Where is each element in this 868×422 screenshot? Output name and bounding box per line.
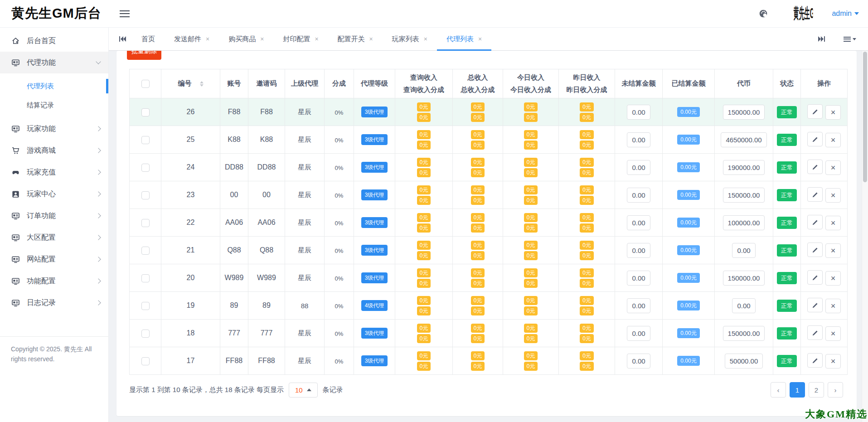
- token-input[interactable]: 150000.00: [723, 105, 765, 120]
- admin-user-dropdown[interactable]: admin: [832, 10, 859, 18]
- scroll-tabs-last-icon[interactable]: [808, 36, 831, 42]
- sidebar-item-home[interactable]: 后台首页: [0, 30, 108, 52]
- sidebar-item-logs[interactable]: 日志记录: [0, 292, 108, 314]
- tab-close-icon[interactable]: ×: [206, 36, 209, 42]
- hamburger-menu-icon[interactable]: [120, 10, 130, 17]
- sidebar-item-game-shop[interactable]: 游戏商城: [0, 140, 108, 161]
- cell-yesterday-income: 0元0元: [559, 154, 615, 181]
- tab-close-icon[interactable]: ×: [369, 36, 373, 42]
- unsettled-amount-input[interactable]: 0.00: [627, 354, 650, 369]
- token-input[interactable]: 190000.00: [723, 160, 765, 175]
- tab-close-icon[interactable]: ×: [260, 36, 264, 42]
- row-checkbox[interactable]: [141, 274, 150, 282]
- unsettled-amount-input[interactable]: 0.00: [627, 298, 650, 313]
- token-input[interactable]: 150000.00: [723, 271, 765, 286]
- select-all-checkbox[interactable]: [141, 80, 150, 88]
- scroll-tabs-first-icon[interactable]: [109, 36, 132, 42]
- edit-button[interactable]: [807, 243, 823, 257]
- edit-button[interactable]: [807, 215, 823, 229]
- tab-agent-list[interactable]: 代理列表×: [437, 28, 491, 50]
- tab-switch-config[interactable]: 配置开关×: [328, 28, 383, 50]
- tab-player-list[interactable]: 玩家列表×: [383, 28, 437, 50]
- row-checkbox[interactable]: [141, 247, 150, 255]
- vertical-scrollbar[interactable]: [862, 51, 868, 422]
- sidebar-item-site-config[interactable]: 网站配置: [0, 248, 108, 270]
- token-input[interactable]: 150000.00: [723, 326, 765, 341]
- scrollbar-thumb[interactable]: [863, 52, 867, 182]
- row-checkbox[interactable]: [141, 357, 150, 365]
- page-size-select[interactable]: 10: [289, 383, 318, 398]
- tab-buy-goods[interactable]: 购买商品×: [219, 28, 273, 50]
- sidebar-item-zone-config[interactable]: 大区配置: [0, 227, 108, 248]
- edit-button[interactable]: [807, 187, 823, 202]
- delete-row-button[interactable]: ×: [825, 105, 841, 120]
- sidebar-subitem-label: 结算记录: [27, 101, 54, 110]
- cell-token: 0.00: [715, 237, 773, 264]
- token-input[interactable]: 4650000.00: [721, 132, 766, 147]
- edit-button[interactable]: [807, 104, 823, 119]
- unsettled-amount-input[interactable]: 0.00: [627, 105, 650, 120]
- delete-row-button[interactable]: ×: [825, 243, 841, 258]
- tab-home[interactable]: 首页: [132, 28, 165, 50]
- delete-row-button[interactable]: ×: [825, 354, 841, 369]
- row-checkbox[interactable]: [141, 330, 150, 338]
- unsettled-amount-input[interactable]: 0.00: [627, 243, 650, 258]
- edit-button[interactable]: [807, 270, 823, 285]
- unsettled-amount-input[interactable]: 0.00: [627, 188, 650, 203]
- token-input[interactable]: 100000.00: [723, 215, 765, 230]
- delete-row-button[interactable]: ×: [825, 133, 841, 147]
- pagination-summary-before: 显示第 1 到第 10 条记录，总共 18 条记录 每页显示: [129, 386, 284, 394]
- row-checkbox[interactable]: [141, 164, 150, 172]
- unsettled-amount-input[interactable]: 0.00: [627, 215, 650, 230]
- sidebar-item-agent[interactable]: 代理功能: [0, 52, 108, 73]
- col-header-id[interactable]: 编号: [161, 69, 220, 98]
- tab-close-icon[interactable]: ×: [424, 36, 427, 42]
- row-checkbox[interactable]: [141, 136, 150, 144]
- next-page-button[interactable]: ›: [828, 382, 843, 398]
- row-checkbox[interactable]: [141, 302, 150, 310]
- sidebar-item-player-recharge[interactable]: 玩家充值: [0, 161, 108, 183]
- token-input[interactable]: 50000.00: [725, 354, 763, 369]
- delete-row-button[interactable]: ×: [825, 160, 841, 175]
- delete-row-button[interactable]: ×: [825, 271, 841, 286]
- edit-button[interactable]: [807, 353, 823, 368]
- token-input[interactable]: 0.00: [732, 298, 755, 313]
- page-button-1[interactable]: 1: [790, 382, 805, 398]
- edit-button[interactable]: [807, 160, 823, 174]
- batch-delete-button[interactable]: 批量删除: [127, 51, 161, 60]
- token-input[interactable]: 150000.00: [723, 188, 765, 203]
- delete-row-button[interactable]: ×: [825, 216, 841, 230]
- delete-row-button[interactable]: ×: [825, 188, 841, 203]
- sidebar-item-player-center[interactable]: 玩家中心: [0, 183, 108, 205]
- unsettled-amount-input[interactable]: 0.00: [627, 326, 650, 341]
- delete-row-button[interactable]: ×: [825, 299, 841, 313]
- page-button-2[interactable]: 2: [809, 382, 824, 398]
- sidebar-subitem-agent-list[interactable]: 代理列表: [0, 77, 108, 96]
- tab-close-icon[interactable]: ×: [478, 36, 482, 42]
- tab-options-menu-icon[interactable]: [844, 37, 856, 42]
- cell-text: W989: [225, 274, 244, 281]
- unsettled-amount-input[interactable]: 0.00: [627, 160, 650, 175]
- sidebar-item-feature-config[interactable]: 功能配置: [0, 270, 108, 292]
- cell-total-income: 0元0元: [453, 154, 503, 181]
- unsettled-amount-input[interactable]: 0.00: [627, 132, 650, 147]
- row-checkbox[interactable]: [141, 191, 150, 199]
- prev-page-button[interactable]: ‹: [771, 382, 786, 398]
- delete-row-button[interactable]: ×: [825, 326, 841, 341]
- edit-button[interactable]: [807, 132, 823, 146]
- token-input[interactable]: 0.00: [732, 243, 755, 258]
- sort-icon[interactable]: [200, 81, 204, 87]
- edit-button[interactable]: [807, 325, 823, 340]
- tab-send-mail[interactable]: 发送邮件×: [165, 28, 219, 50]
- palette-icon[interactable]: [759, 9, 768, 18]
- sidebar-item-player[interactable]: 玩家功能: [0, 118, 108, 140]
- user-avatar-logo[interactable]: 黄先生GM后台: [794, 4, 813, 24]
- row-checkbox[interactable]: [141, 108, 150, 116]
- sidebar-subitem-settle-records[interactable]: 结算记录: [0, 96, 108, 115]
- sidebar-item-order[interactable]: 订单功能: [0, 205, 108, 227]
- edit-button[interactable]: [807, 298, 823, 312]
- unsettled-amount-input[interactable]: 0.00: [627, 271, 650, 286]
- tab-seal-config[interactable]: 封印配置×: [273, 28, 328, 50]
- row-checkbox[interactable]: [141, 219, 150, 227]
- tab-close-icon[interactable]: ×: [315, 36, 318, 42]
